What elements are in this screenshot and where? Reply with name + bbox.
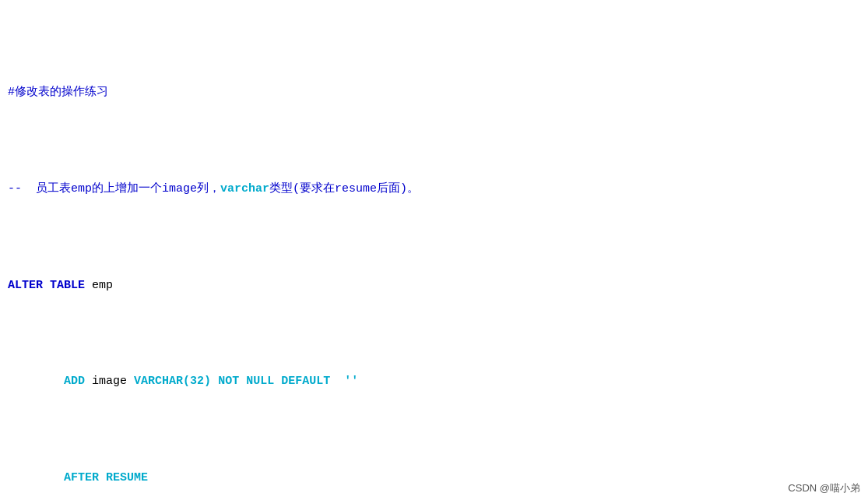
line-1: #修改表的操作练习 [8, 83, 860, 103]
line-4: ADD image VARCHAR(32) NOT NULL DEFAULT '… [8, 372, 860, 392]
image-col: image [92, 375, 127, 388]
notnull-kw-1: NOT NULL DEFAULT [218, 375, 330, 388]
after-kw: AFTER RESUME [64, 471, 148, 484]
watermark: CSDN @喵小弟 [788, 481, 860, 495]
comment-2: -- 员工表emp的上增加一个image列，varchar类型(要求在resum… [8, 182, 419, 195]
add-kw: ADD [64, 375, 85, 388]
code-block: #修改表的操作练习 -- 员工表emp的上增加一个image列，varchar类… [0, 0, 868, 500]
alter-kw-1: ALTER TABLE [8, 279, 85, 292]
line-5: AFTER RESUME [8, 469, 860, 488]
tbl-emp-1: emp [85, 279, 113, 292]
varchar-kw-1: VARCHAR(32) [134, 375, 211, 388]
comment-1: #修改表的操作练习 [8, 86, 108, 99]
line-2: -- 员工表emp的上增加一个image列，varchar类型(要求在resum… [8, 180, 860, 199]
default-val-1: '' [337, 375, 358, 388]
line-3: ALTER TABLE emp [8, 276, 860, 296]
